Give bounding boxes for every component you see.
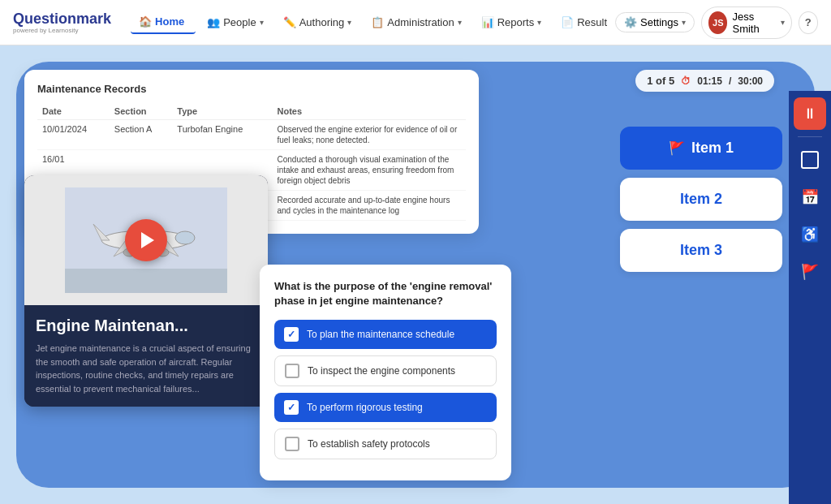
settings-label: Settings [640, 16, 678, 28]
admin-icon: 📋 [371, 16, 384, 28]
timer-elapsed: 01:15 [697, 75, 722, 87]
svg-rect-1 [65, 269, 227, 293]
help-button[interactable]: ? [799, 11, 818, 34]
items-panel: 🚩 Item 1 Item 2 Item 3 [620, 127, 782, 272]
checkbox-icon-4 [285, 437, 299, 451]
help-label: ? [805, 16, 812, 28]
video-title: Engine Maintenan... [36, 317, 256, 335]
chevron-down-icon: ▾ [781, 18, 785, 27]
play-button[interactable] [125, 219, 167, 261]
nav-people[interactable]: 👥 People ▾ [199, 11, 271, 33]
cell-notes: Recorded accurate and up-to-date engine … [272, 191, 466, 221]
svg-point-6 [175, 231, 195, 244]
nav-authoring[interactable]: ✏️ Authoring ▾ [275, 11, 360, 33]
checkbox-icon-1: ✓ [284, 327, 299, 342]
flag-icon: 🚩 [801, 263, 819, 281]
video-thumbnail[interactable] [24, 175, 268, 305]
cell-date: 10/01/2024 [37, 120, 110, 150]
user-name: Jess Smith [732, 11, 775, 35]
pause-button[interactable]: ⏸ [794, 97, 826, 130]
nav-items: 🏠 Home 👥 People ▾ ✏️ Authoring ▾ 📋 Admin… [131, 11, 615, 34]
checkbox-icon-3: ✓ [284, 400, 299, 415]
gear-icon: ⚙️ [624, 16, 637, 28]
flag-button[interactable]: 🚩 [794, 256, 826, 288]
quiz-card: What is the purpose of the 'engine remov… [260, 265, 511, 480]
play-icon [141, 232, 154, 248]
table-row: 10/01/2024 Section A Turbofan Engine Obs… [37, 120, 466, 150]
nav-result-label: Result [577, 16, 607, 28]
item-label-1: Item 1 [691, 140, 734, 157]
calendar-button[interactable]: 📅 [794, 181, 826, 213]
col-date: Date [37, 103, 110, 120]
chevron-down-icon: ▾ [458, 18, 462, 27]
check-mark-icon: ✓ [287, 402, 295, 413]
reports-icon: 📊 [481, 16, 494, 28]
result-icon: 📄 [561, 16, 574, 28]
calendar-icon: 📅 [801, 188, 819, 206]
col-section: Section [110, 103, 172, 120]
nav-result[interactable]: 📄 Result [553, 11, 615, 33]
cell-notes: Conducted a thorough visual examination … [272, 150, 466, 191]
accessibility-icon: ♿ [801, 226, 819, 243]
timer-bar: 1 of 5 ⏱ 01:15 / 30:00 [635, 70, 774, 92]
nav-admin-label: Administration [387, 16, 454, 28]
nav-home[interactable]: 🏠 Home [131, 11, 196, 34]
cell-section: Section A [110, 120, 172, 150]
video-card: Engine Maintenan... Jet engine maintenan… [24, 175, 268, 407]
nav-reports-label: Reports [497, 16, 535, 28]
video-description: Jet engine maintenance is a crucial aspe… [36, 342, 256, 395]
pause-icon: ⏸ [803, 106, 817, 123]
nav-right: ⚙️ Settings ▾ JS Jess Smith ▾ ? [615, 6, 818, 39]
quiz-question: What is the purpose of the 'engine remov… [274, 279, 497, 308]
quiz-option-3[interactable]: ✓ To perform rigorous testing [274, 393, 497, 422]
table-title: Maintenance Records [37, 83, 466, 95]
option-label-4: To establish safety protocols [308, 438, 430, 450]
option-label-2: To inspect the engine components [308, 365, 455, 377]
settings-button[interactable]: ⚙️ Settings ▾ [615, 12, 695, 32]
item-button-1[interactable]: 🚩 Item 1 [620, 127, 782, 170]
item-label-3: Item 3 [680, 242, 722, 259]
nav-administration[interactable]: 📋 Administration ▾ [363, 11, 469, 33]
chevron-down-icon: ▾ [260, 18, 264, 27]
logo: Questionmark powered by Learnosity [13, 11, 111, 34]
checkbox-icon-2 [285, 364, 299, 378]
nav-home-label: Home [155, 15, 184, 28]
col-notes: Notes [272, 103, 466, 120]
quiz-option-1[interactable]: ✓ To plan the maintenance schedule [274, 320, 497, 349]
authoring-icon: ✏️ [283, 16, 296, 28]
cell-type: Turbofan Engine [172, 120, 272, 150]
avatar: JS [708, 11, 727, 34]
nav-authoring-label: Authoring [299, 16, 345, 28]
main-area: 1 of 5 ⏱ 01:15 / 30:00 Maintenance Recor… [0, 45, 831, 504]
check-mark-icon: ✓ [287, 329, 295, 340]
chevron-down-icon: ▾ [537, 18, 541, 27]
quiz-option-4[interactable]: To establish safety protocols [274, 429, 497, 459]
timer-clock-icon: ⏱ [681, 75, 691, 87]
logo-subtext: powered by Learnosity [13, 28, 111, 34]
item-button-2[interactable]: Item 2 [620, 178, 782, 221]
fullscreen-icon [801, 151, 819, 169]
video-content: Engine Maintenan... Jet engine maintenan… [24, 305, 268, 407]
cell-notes: Observed the engine exterior for evidenc… [272, 120, 466, 150]
flag-icon: 🚩 [669, 140, 685, 156]
timer-separator: / [729, 75, 731, 87]
chevron-down-icon: ▾ [682, 18, 686, 27]
timer-total: 30:00 [738, 75, 763, 87]
option-label-1: To plan the maintenance schedule [307, 329, 454, 340]
home-icon: 🏠 [139, 15, 152, 28]
accessibility-button[interactable]: ♿ [794, 218, 826, 251]
fullscreen-button[interactable] [794, 144, 826, 176]
nav-people-label: People [223, 16, 256, 28]
option-label-3: To perform rigorous testing [307, 402, 423, 413]
col-type: Type [172, 103, 272, 120]
right-toolbar: ⏸ 📅 ♿ 🚩 [789, 91, 831, 504]
item-label-2: Item 2 [680, 191, 722, 208]
timer-progress: 1 of 5 [647, 75, 674, 87]
people-icon: 👥 [207, 16, 220, 28]
item-button-3[interactable]: Item 3 [620, 229, 782, 272]
chevron-down-icon: ▾ [347, 18, 351, 27]
quiz-option-2[interactable]: To inspect the engine components [274, 355, 497, 386]
toolbar-divider [798, 136, 822, 137]
user-menu[interactable]: JS Jess Smith ▾ [701, 6, 792, 39]
nav-reports[interactable]: 📊 Reports ▾ [473, 11, 550, 33]
